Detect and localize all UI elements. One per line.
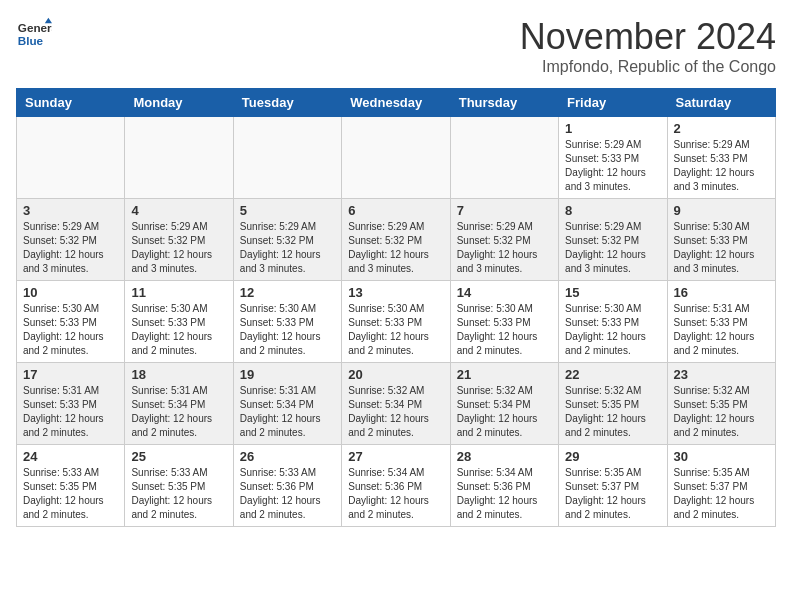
day-number: 8 — [565, 203, 660, 218]
calendar-cell: 25Sunrise: 5:33 AMSunset: 5:35 PMDayligh… — [125, 445, 233, 527]
calendar-cell — [450, 117, 558, 199]
svg-text:Blue: Blue — [18, 34, 44, 47]
day-info: Sunrise: 5:30 AMSunset: 5:33 PMDaylight:… — [131, 302, 226, 358]
day-info: Sunrise: 5:31 AMSunset: 5:33 PMDaylight:… — [674, 302, 769, 358]
header-tuesday: Tuesday — [233, 89, 341, 117]
day-info: Sunrise: 5:30 AMSunset: 5:33 PMDaylight:… — [23, 302, 118, 358]
calendar-cell — [233, 117, 341, 199]
day-number: 1 — [565, 121, 660, 136]
calendar-cell: 11Sunrise: 5:30 AMSunset: 5:33 PMDayligh… — [125, 281, 233, 363]
day-number: 28 — [457, 449, 552, 464]
calendar-cell: 12Sunrise: 5:30 AMSunset: 5:33 PMDayligh… — [233, 281, 341, 363]
day-number: 11 — [131, 285, 226, 300]
calendar-week-3: 10Sunrise: 5:30 AMSunset: 5:33 PMDayligh… — [17, 281, 776, 363]
calendar-cell: 15Sunrise: 5:30 AMSunset: 5:33 PMDayligh… — [559, 281, 667, 363]
day-info: Sunrise: 5:29 AMSunset: 5:32 PMDaylight:… — [240, 220, 335, 276]
calendar-cell: 5Sunrise: 5:29 AMSunset: 5:32 PMDaylight… — [233, 199, 341, 281]
calendar-cell: 20Sunrise: 5:32 AMSunset: 5:34 PMDayligh… — [342, 363, 450, 445]
calendar-cell: 14Sunrise: 5:30 AMSunset: 5:33 PMDayligh… — [450, 281, 558, 363]
day-number: 7 — [457, 203, 552, 218]
calendar-cell: 16Sunrise: 5:31 AMSunset: 5:33 PMDayligh… — [667, 281, 775, 363]
day-number: 10 — [23, 285, 118, 300]
header-wednesday: Wednesday — [342, 89, 450, 117]
day-info: Sunrise: 5:31 AMSunset: 5:33 PMDaylight:… — [23, 384, 118, 440]
header-saturday: Saturday — [667, 89, 775, 117]
day-info: Sunrise: 5:35 AMSunset: 5:37 PMDaylight:… — [565, 466, 660, 522]
calendar-cell: 9Sunrise: 5:30 AMSunset: 5:33 PMDaylight… — [667, 199, 775, 281]
day-number: 3 — [23, 203, 118, 218]
day-info: Sunrise: 5:30 AMSunset: 5:33 PMDaylight:… — [565, 302, 660, 358]
calendar-cell: 22Sunrise: 5:32 AMSunset: 5:35 PMDayligh… — [559, 363, 667, 445]
calendar-cell — [125, 117, 233, 199]
day-info: Sunrise: 5:30 AMSunset: 5:33 PMDaylight:… — [457, 302, 552, 358]
day-info: Sunrise: 5:33 AMSunset: 5:35 PMDaylight:… — [23, 466, 118, 522]
day-number: 2 — [674, 121, 769, 136]
header-thursday: Thursday — [450, 89, 558, 117]
day-info: Sunrise: 5:29 AMSunset: 5:33 PMDaylight:… — [565, 138, 660, 194]
day-number: 9 — [674, 203, 769, 218]
day-number: 5 — [240, 203, 335, 218]
day-number: 29 — [565, 449, 660, 464]
calendar-cell: 18Sunrise: 5:31 AMSunset: 5:34 PMDayligh… — [125, 363, 233, 445]
header-monday: Monday — [125, 89, 233, 117]
month-title: November 2024 — [520, 16, 776, 58]
day-info: Sunrise: 5:29 AMSunset: 5:32 PMDaylight:… — [131, 220, 226, 276]
calendar-cell: 26Sunrise: 5:33 AMSunset: 5:36 PMDayligh… — [233, 445, 341, 527]
day-info: Sunrise: 5:29 AMSunset: 5:33 PMDaylight:… — [674, 138, 769, 194]
day-number: 23 — [674, 367, 769, 382]
day-number: 19 — [240, 367, 335, 382]
day-info: Sunrise: 5:29 AMSunset: 5:32 PMDaylight:… — [23, 220, 118, 276]
calendar-cell: 24Sunrise: 5:33 AMSunset: 5:35 PMDayligh… — [17, 445, 125, 527]
day-info: Sunrise: 5:31 AMSunset: 5:34 PMDaylight:… — [131, 384, 226, 440]
day-info: Sunrise: 5:29 AMSunset: 5:32 PMDaylight:… — [565, 220, 660, 276]
day-number: 18 — [131, 367, 226, 382]
day-info: Sunrise: 5:33 AMSunset: 5:35 PMDaylight:… — [131, 466, 226, 522]
calendar-cell: 10Sunrise: 5:30 AMSunset: 5:33 PMDayligh… — [17, 281, 125, 363]
calendar-week-1: 1Sunrise: 5:29 AMSunset: 5:33 PMDaylight… — [17, 117, 776, 199]
day-info: Sunrise: 5:32 AMSunset: 5:34 PMDaylight:… — [348, 384, 443, 440]
calendar-cell: 21Sunrise: 5:32 AMSunset: 5:34 PMDayligh… — [450, 363, 558, 445]
calendar-cell: 8Sunrise: 5:29 AMSunset: 5:32 PMDaylight… — [559, 199, 667, 281]
header-friday: Friday — [559, 89, 667, 117]
day-number: 24 — [23, 449, 118, 464]
day-info: Sunrise: 5:32 AMSunset: 5:35 PMDaylight:… — [565, 384, 660, 440]
day-info: Sunrise: 5:29 AMSunset: 5:32 PMDaylight:… — [348, 220, 443, 276]
day-number: 13 — [348, 285, 443, 300]
day-number: 30 — [674, 449, 769, 464]
calendar-cell: 30Sunrise: 5:35 AMSunset: 5:37 PMDayligh… — [667, 445, 775, 527]
calendar-cell: 23Sunrise: 5:32 AMSunset: 5:35 PMDayligh… — [667, 363, 775, 445]
page-header: General Blue November 2024 Impfondo, Rep… — [16, 16, 776, 76]
day-number: 15 — [565, 285, 660, 300]
location-title: Impfondo, Republic of the Congo — [520, 58, 776, 76]
calendar-week-2: 3Sunrise: 5:29 AMSunset: 5:32 PMDaylight… — [17, 199, 776, 281]
day-number: 4 — [131, 203, 226, 218]
calendar-cell: 6Sunrise: 5:29 AMSunset: 5:32 PMDaylight… — [342, 199, 450, 281]
day-info: Sunrise: 5:35 AMSunset: 5:37 PMDaylight:… — [674, 466, 769, 522]
calendar-cell — [17, 117, 125, 199]
calendar-cell: 4Sunrise: 5:29 AMSunset: 5:32 PMDaylight… — [125, 199, 233, 281]
calendar-cell: 28Sunrise: 5:34 AMSunset: 5:36 PMDayligh… — [450, 445, 558, 527]
logo: General Blue — [16, 16, 52, 52]
day-info: Sunrise: 5:33 AMSunset: 5:36 PMDaylight:… — [240, 466, 335, 522]
calendar-table: SundayMondayTuesdayWednesdayThursdayFrid… — [16, 88, 776, 527]
day-number: 12 — [240, 285, 335, 300]
logo-icon: General Blue — [16, 16, 52, 52]
day-info: Sunrise: 5:34 AMSunset: 5:36 PMDaylight:… — [348, 466, 443, 522]
day-number: 6 — [348, 203, 443, 218]
day-info: Sunrise: 5:32 AMSunset: 5:34 PMDaylight:… — [457, 384, 552, 440]
calendar-cell: 7Sunrise: 5:29 AMSunset: 5:32 PMDaylight… — [450, 199, 558, 281]
calendar-cell: 27Sunrise: 5:34 AMSunset: 5:36 PMDayligh… — [342, 445, 450, 527]
calendar-cell: 19Sunrise: 5:31 AMSunset: 5:34 PMDayligh… — [233, 363, 341, 445]
day-number: 20 — [348, 367, 443, 382]
day-info: Sunrise: 5:29 AMSunset: 5:32 PMDaylight:… — [457, 220, 552, 276]
day-info: Sunrise: 5:34 AMSunset: 5:36 PMDaylight:… — [457, 466, 552, 522]
day-number: 17 — [23, 367, 118, 382]
title-block: November 2024 Impfondo, Republic of the … — [520, 16, 776, 76]
day-number: 14 — [457, 285, 552, 300]
day-number: 22 — [565, 367, 660, 382]
day-info: Sunrise: 5:30 AMSunset: 5:33 PMDaylight:… — [240, 302, 335, 358]
calendar-header-row: SundayMondayTuesdayWednesdayThursdayFrid… — [17, 89, 776, 117]
calendar-cell: 17Sunrise: 5:31 AMSunset: 5:33 PMDayligh… — [17, 363, 125, 445]
calendar-week-5: 24Sunrise: 5:33 AMSunset: 5:35 PMDayligh… — [17, 445, 776, 527]
day-number: 27 — [348, 449, 443, 464]
